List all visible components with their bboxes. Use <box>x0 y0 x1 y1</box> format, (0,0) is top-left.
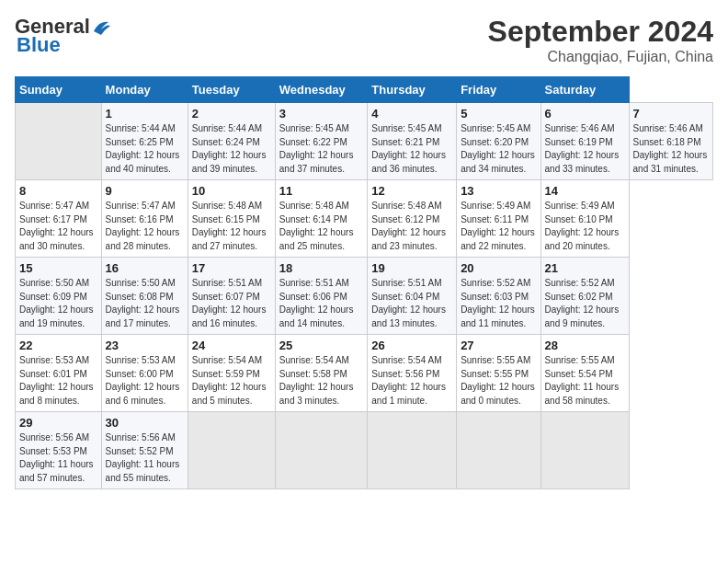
day-detail: Sunrise: 5:54 AMSunset: 5:59 PMDaylight:… <box>192 354 271 408</box>
day-detail: Sunrise: 5:50 AMSunset: 6:08 PMDaylight:… <box>106 277 184 330</box>
day-detail: Sunrise: 5:51 AMSunset: 6:07 PMDaylight:… <box>192 277 271 330</box>
day-number: 29 <box>19 416 97 430</box>
day-number: 18 <box>279 261 364 275</box>
logo: General Blue <box>15 15 112 57</box>
calendar-cell: 11Sunrise: 5:48 AMSunset: 6:14 PMDayligh… <box>275 180 368 258</box>
day-number: 9 <box>106 184 184 198</box>
calendar-cell: 22Sunrise: 5:53 AMSunset: 6:01 PMDayligh… <box>16 335 102 412</box>
col-header-monday: Monday <box>101 77 188 103</box>
calendar-cell: 25Sunrise: 5:54 AMSunset: 5:58 PMDayligh… <box>275 335 368 412</box>
calendar-cell: 9Sunrise: 5:47 AMSunset: 6:16 PMDaylight… <box>101 180 188 258</box>
calendar-cell-empty <box>188 412 275 489</box>
day-number: 27 <box>461 339 536 352</box>
calendar-cell: 24Sunrise: 5:54 AMSunset: 5:59 PMDayligh… <box>188 335 275 412</box>
day-detail: Sunrise: 5:54 AMSunset: 5:56 PMDaylight:… <box>371 354 452 408</box>
day-detail: Sunrise: 5:52 AMSunset: 6:03 PMDaylight:… <box>461 277 536 330</box>
day-detail: Sunrise: 5:48 AMSunset: 6:12 PMDaylight:… <box>371 200 452 253</box>
day-detail: Sunrise: 5:48 AMSunset: 6:15 PMDaylight:… <box>192 200 271 253</box>
day-number: 21 <box>545 261 625 275</box>
day-detail: Sunrise: 5:49 AMSunset: 6:10 PMDaylight:… <box>545 200 625 253</box>
calendar-cell-empty <box>16 103 102 180</box>
calendar-cell: 3Sunrise: 5:45 AMSunset: 6:22 PMDaylight… <box>275 103 368 180</box>
day-detail: Sunrise: 5:44 AMSunset: 6:24 PMDaylight:… <box>192 122 271 176</box>
calendar-cell: 6Sunrise: 5:46 AMSunset: 6:19 PMDaylight… <box>540 103 629 180</box>
day-detail: Sunrise: 5:56 AMSunset: 5:52 PMDaylight:… <box>106 431 184 485</box>
day-number: 17 <box>192 261 271 275</box>
day-detail: Sunrise: 5:51 AMSunset: 6:04 PMDaylight:… <box>371 277 452 330</box>
calendar-week-row: 22Sunrise: 5:53 AMSunset: 6:01 PMDayligh… <box>16 335 713 412</box>
calendar-cell: 23Sunrise: 5:53 AMSunset: 6:00 PMDayligh… <box>101 335 188 412</box>
day-detail: Sunrise: 5:49 AMSunset: 6:11 PMDaylight:… <box>461 200 536 253</box>
calendar-cell: 27Sunrise: 5:55 AMSunset: 5:55 PMDayligh… <box>457 335 540 412</box>
day-number: 22 <box>19 339 97 352</box>
calendar-cell-empty <box>457 412 540 489</box>
col-header-tuesday: Tuesday <box>188 77 275 103</box>
logo-bird-icon <box>92 18 112 35</box>
day-number: 5 <box>461 107 536 121</box>
day-number: 13 <box>461 184 536 198</box>
day-detail: Sunrise: 5:53 AMSunset: 6:01 PMDaylight:… <box>19 354 97 408</box>
calendar-cell: 21Sunrise: 5:52 AMSunset: 6:02 PMDayligh… <box>540 258 629 335</box>
day-number: 26 <box>371 339 452 352</box>
calendar-cell: 19Sunrise: 5:51 AMSunset: 6:04 PMDayligh… <box>368 258 457 335</box>
day-number: 8 <box>19 184 97 198</box>
calendar-cell: 1Sunrise: 5:44 AMSunset: 6:25 PMDaylight… <box>101 103 188 180</box>
calendar-week-row: 29Sunrise: 5:56 AMSunset: 5:53 PMDayligh… <box>16 412 713 489</box>
day-number: 15 <box>19 261 97 275</box>
day-number: 10 <box>192 184 271 198</box>
day-detail: Sunrise: 5:55 AMSunset: 5:55 PMDaylight:… <box>461 354 536 408</box>
day-detail: Sunrise: 5:46 AMSunset: 6:18 PMDaylight:… <box>633 122 709 176</box>
calendar-cell-empty <box>368 412 457 489</box>
day-number: 1 <box>106 107 184 121</box>
day-number: 23 <box>106 339 184 352</box>
calendar-cell: 26Sunrise: 5:54 AMSunset: 5:56 PMDayligh… <box>368 335 457 412</box>
day-number: 2 <box>192 107 271 121</box>
day-number: 28 <box>545 339 625 352</box>
col-header-saturday: Saturday <box>540 77 629 103</box>
calendar-cell: 17Sunrise: 5:51 AMSunset: 6:07 PMDayligh… <box>188 258 275 335</box>
calendar-week-row: 8Sunrise: 5:47 AMSunset: 6:17 PMDaylight… <box>16 180 713 258</box>
day-detail: Sunrise: 5:45 AMSunset: 6:21 PMDaylight:… <box>371 122 452 176</box>
day-detail: Sunrise: 5:45 AMSunset: 6:20 PMDaylight:… <box>461 122 536 176</box>
calendar-cell: 15Sunrise: 5:50 AMSunset: 6:09 PMDayligh… <box>16 258 102 335</box>
day-detail: Sunrise: 5:47 AMSunset: 6:17 PMDaylight:… <box>19 200 97 253</box>
day-number: 3 <box>279 107 364 121</box>
calendar-cell: 10Sunrise: 5:48 AMSunset: 6:15 PMDayligh… <box>188 180 275 258</box>
day-detail: Sunrise: 5:53 AMSunset: 6:00 PMDaylight:… <box>106 354 184 408</box>
logo-text-blue: Blue <box>17 33 61 57</box>
calendar-cell: 14Sunrise: 5:49 AMSunset: 6:10 PMDayligh… <box>540 180 629 258</box>
day-detail: Sunrise: 5:52 AMSunset: 6:02 PMDaylight:… <box>545 277 625 330</box>
calendar-cell: 8Sunrise: 5:47 AMSunset: 6:17 PMDaylight… <box>16 180 102 258</box>
day-number: 25 <box>279 339 364 352</box>
day-detail: Sunrise: 5:51 AMSunset: 6:06 PMDaylight:… <box>279 277 364 330</box>
day-detail: Sunrise: 5:55 AMSunset: 5:54 PMDaylight:… <box>545 354 625 408</box>
day-number: 30 <box>106 416 184 430</box>
calendar-cell: 4Sunrise: 5:45 AMSunset: 6:21 PMDaylight… <box>368 103 457 180</box>
month-year-title: September 2024 <box>488 15 713 49</box>
calendar-table: SundayMondayTuesdayWednesdayThursdayFrid… <box>15 76 713 489</box>
calendar-week-row: 15Sunrise: 5:50 AMSunset: 6:09 PMDayligh… <box>16 258 713 335</box>
calendar-cell: 2Sunrise: 5:44 AMSunset: 6:24 PMDaylight… <box>188 103 275 180</box>
day-number: 6 <box>545 107 625 121</box>
day-detail: Sunrise: 5:50 AMSunset: 6:09 PMDaylight:… <box>19 277 97 330</box>
calendar-cell: 16Sunrise: 5:50 AMSunset: 6:08 PMDayligh… <box>101 258 188 335</box>
day-detail: Sunrise: 5:46 AMSunset: 6:19 PMDaylight:… <box>545 122 625 176</box>
calendar-cell: 13Sunrise: 5:49 AMSunset: 6:11 PMDayligh… <box>457 180 540 258</box>
day-number: 4 <box>371 107 452 121</box>
calendar-cell-empty <box>540 412 629 489</box>
calendar-cell: 18Sunrise: 5:51 AMSunset: 6:06 PMDayligh… <box>275 258 368 335</box>
day-number: 11 <box>279 184 364 198</box>
day-detail: Sunrise: 5:47 AMSunset: 6:16 PMDaylight:… <box>106 200 184 253</box>
day-number: 7 <box>633 107 709 121</box>
day-number: 16 <box>106 261 184 275</box>
col-header-thursday: Thursday <box>368 77 457 103</box>
location-subtitle: Changqiao, Fujian, China <box>488 49 713 65</box>
calendar-cell-empty <box>275 412 368 489</box>
col-header-friday: Friday <box>457 77 540 103</box>
title-block: September 2024 Changqiao, Fujian, China <box>488 15 713 65</box>
calendar-cell: 28Sunrise: 5:55 AMSunset: 5:54 PMDayligh… <box>540 335 629 412</box>
day-detail: Sunrise: 5:45 AMSunset: 6:22 PMDaylight:… <box>279 122 364 176</box>
calendar-cell: 30Sunrise: 5:56 AMSunset: 5:52 PMDayligh… <box>101 412 188 489</box>
calendar-cell: 29Sunrise: 5:56 AMSunset: 5:53 PMDayligh… <box>16 412 102 489</box>
day-number: 24 <box>192 339 271 352</box>
